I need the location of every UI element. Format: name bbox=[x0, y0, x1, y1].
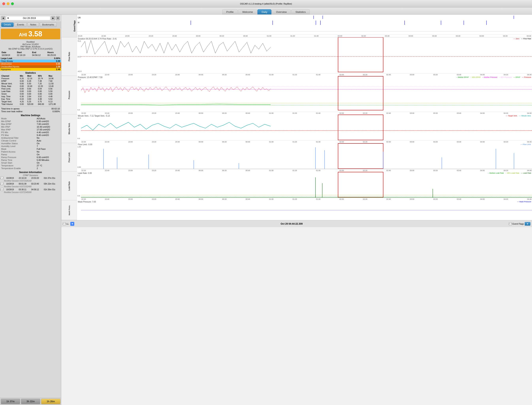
total-apnea-value: 00:02:10 bbox=[51, 108, 60, 110]
pressure-title: Pressure: 13.40 EPAP: 7.59 bbox=[78, 76, 102, 78]
minute-vent-content[interactable]: Minute Vent.: 7.11 Target Vent.: 5.13 — … bbox=[77, 114, 532, 143]
event-flags-toggle: ✓ Event Flags ▼ bbox=[509, 222, 530, 226]
event-flags-checkbox[interactable]: ✓ bbox=[509, 223, 512, 225]
event-ua-value: 1.09 bbox=[56, 65, 60, 68]
mask-pressure-content[interactable]: Mask Pressure: 7.65 — Mask Pressure bbox=[77, 200, 532, 220]
session-btn-3[interactable]: 1h 26m bbox=[41, 399, 61, 404]
window-title: OSCAR v1.1.0-testing-4 (a8dc05c3) (Profi… bbox=[240, 3, 292, 5]
session-start: 22:16:19 bbox=[16, 54, 31, 56]
y-zero-label: 14.0 bbox=[77, 56, 81, 58]
tab-bookmarks[interactable]: Bookmarks bbox=[40, 22, 57, 27]
event-hy-value: 2.49 bbox=[56, 68, 60, 71]
date-jump-button[interactable]: ⊞ bbox=[56, 16, 60, 20]
table-row: ✓ 10/29/19 03:30:11 04:56:12 01h 26m 01s bbox=[0, 188, 61, 191]
tab-details[interactable]: Details bbox=[1, 22, 14, 27]
leak-rate-chart: Leak Rate Leak Rate: 0.00 -- Median Leak… bbox=[61, 172, 532, 200]
event-flags-dropdown[interactable]: ▼ bbox=[525, 222, 530, 226]
tab-overview[interactable]: Overview bbox=[272, 9, 291, 14]
date-prev-button[interactable]: ◀ bbox=[1, 16, 5, 20]
y-min-label: -42.0 bbox=[77, 70, 81, 72]
table-row: Snore0.000.000.000.00 bbox=[1, 93, 60, 95]
time-axis-pressure: 22:2022:4023:0023:2023:4000:0000:2000:40… bbox=[81, 112, 532, 114]
table-row: Antibacterial FilterNo bbox=[0, 136, 61, 139]
flow-limit-label: Flow Limit. bbox=[61, 143, 77, 171]
pressure-content[interactable]: Pressure: 13.40 EPAP: 7.59 -- Median EPA… bbox=[77, 76, 532, 114]
tab-profile[interactable]: Profile bbox=[222, 9, 238, 14]
h-label: H bbox=[78, 21, 79, 24]
tab-statistics[interactable]: Statistics bbox=[291, 9, 310, 14]
tab-welcome[interactable]: Welcome bbox=[238, 9, 257, 14]
date-nav: ◀ ▼ Oct 28 2019 ▶ ⊞ bbox=[0, 15, 61, 22]
large-leak-value: 0.00% bbox=[54, 57, 60, 60]
tab-notes[interactable]: Notes bbox=[27, 22, 39, 27]
event-flags-area[interactable]: UA H bbox=[77, 15, 532, 37]
table-row: ResMed Session #1572345000 bbox=[0, 191, 61, 194]
svg-rect-21 bbox=[338, 143, 383, 169]
total-leak-value: 0.000% bbox=[53, 110, 60, 113]
mask-pressure-chart: Mask Press. Mask Pressure: 7.65 — Mask P… bbox=[61, 200, 532, 220]
ll-checkbox[interactable]: ✓ LL bbox=[63, 223, 69, 225]
table-row: Pressure6.2612.1615.7416.96 bbox=[1, 77, 60, 80]
total-leak-row: Time over leak redline 0.000% bbox=[0, 110, 61, 113]
event-flags-chart: Event Flags UA H bbox=[61, 15, 532, 37]
session-row: 10/28/19 22:16:19 04:56:12 06:25:03 bbox=[1, 54, 61, 56]
right-panel: Event Flags UA H bbox=[61, 15, 532, 405]
table-row: MaskFull Face bbox=[0, 148, 61, 150]
maximize-button[interactable] bbox=[11, 2, 14, 5]
table-row: Flow Limit.0.000.000.040.56 bbox=[1, 88, 60, 90]
session-btn-1[interactable]: 1h 37m bbox=[1, 399, 20, 404]
scroll-down-icon[interactable]: ▼ bbox=[70, 222, 74, 226]
flow-limit-content[interactable]: Flow Limit.: 0.00 — Flow Limit. 1.00 0.0… bbox=[77, 143, 532, 172]
mask-pressure-title: Mask Pressure: 7.65 bbox=[78, 201, 96, 203]
cpap-sessions-label: CPAP Sessions bbox=[0, 174, 61, 176]
pressure-chart: Pressure Pressure: 13.40 EPAP: 7.59 -- M… bbox=[61, 76, 532, 114]
table-row: Patient AccessNo bbox=[0, 150, 61, 153]
tab-daily[interactable]: Daily bbox=[257, 9, 271, 14]
statistics-title: Statistics bbox=[1, 71, 60, 75]
session-checkbox-3[interactable]: ✓ bbox=[0, 188, 3, 191]
table-row: Tidal Volume0.00520.00840.001271.88 bbox=[1, 103, 60, 106]
date-select[interactable]: ▼ Oct 28 2019 bbox=[6, 16, 50, 20]
table-row: Exp. Time0.443.004.385.54 bbox=[1, 98, 60, 100]
leak-rate-legend: -- Median Leak Rate -- 95% Leak Rate — L… bbox=[488, 172, 531, 174]
col-end: End bbox=[31, 51, 47, 54]
ll-check[interactable]: ✓ bbox=[63, 223, 66, 225]
event-ca-value: 0.00 bbox=[56, 60, 60, 62]
event-flags-label: Event Flags bbox=[512, 223, 524, 225]
session-summary-table: Date Start End Hours 10/28/19 22:16:19 0… bbox=[1, 51, 61, 56]
date-next-button[interactable]: ▶ bbox=[51, 16, 55, 20]
stats-col-channel: Channel bbox=[1, 75, 19, 77]
stats-col-med: Med bbox=[27, 75, 37, 77]
stats-col-min: Min bbox=[19, 75, 27, 77]
minute-vent-label: Minute Vent. bbox=[61, 114, 77, 143]
close-button[interactable] bbox=[2, 2, 5, 5]
session-checkbox-2[interactable]: ✓ bbox=[0, 182, 3, 185]
session-btn-2[interactable]: 3h 22m bbox=[21, 399, 40, 404]
table-row: Min IPAP10.40 cmH2O bbox=[0, 125, 61, 128]
session-end: 04:56:12 bbox=[31, 54, 47, 56]
table-row: Ramp Time5.00 Minutes bbox=[0, 159, 61, 162]
main-content: ◀ ▼ Oct 28 2019 ▶ ⊞ Details Events Notes… bbox=[0, 15, 532, 405]
y-max-label: 70.0 bbox=[77, 40, 81, 42]
table-row: Minute Vent.0.005.507.2511.50 bbox=[1, 82, 60, 85]
table-row: PS Max9.40 cmH2O bbox=[0, 134, 61, 136]
minimize-button[interactable] bbox=[7, 2, 9, 5]
mask-pressure-label: Mask Press. bbox=[61, 200, 77, 220]
table-row: Humidifier StatusOn bbox=[0, 142, 61, 145]
event-ca-label: Clear Airway bbox=[1, 60, 56, 62]
flow-rate-content[interactable]: Duration 06:25:03 AHI 3.74 Flow Rate: -3… bbox=[77, 37, 532, 76]
event-ua-label: Unclassified Apnea bbox=[1, 65, 56, 68]
lr-y-max: 6.0 bbox=[77, 175, 80, 176]
machine-settings-table: ModeASVAuto Min EPAP6.00 cmH2O Max EPAP7… bbox=[0, 117, 61, 170]
mv-y-max: 16.0 bbox=[77, 117, 81, 119]
pressure-svg bbox=[81, 76, 532, 114]
table-row: ResMed Session #1572332460 bbox=[0, 185, 61, 188]
leak-rate-content[interactable]: Leak Rate: 0.00 -- Median Leak Rate -- 9… bbox=[77, 172, 532, 200]
session-checkbox-1[interactable]: ✓ bbox=[0, 177, 3, 179]
table-row: Temperature Enable2 bbox=[0, 167, 61, 170]
status-bar: ✓ LL ▼ Oct 29 04:44:22.309 ✓ Event Flags… bbox=[61, 220, 532, 227]
tab-events[interactable]: Events bbox=[14, 22, 27, 27]
device-brand: ResMed bbox=[0, 41, 61, 43]
table-row: PS Min4.40 cmH2O bbox=[0, 131, 61, 134]
minute-vent-legend: — Target Vent. — Minute Vent. bbox=[506, 115, 531, 117]
